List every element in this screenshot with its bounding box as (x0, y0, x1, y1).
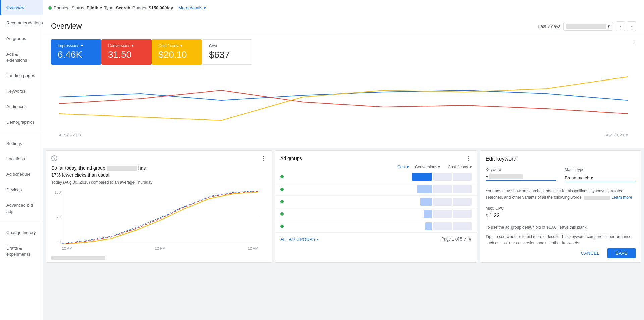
dropdown-arrow-icon: ▾ (438, 165, 440, 169)
metric-cost-conv-value: $20.10 (158, 49, 195, 60)
adgroups-row[interactable] (275, 208, 477, 220)
date-range-blurred (566, 24, 606, 29)
sidebar-divider-2 (0, 222, 43, 222)
help-icon[interactable]: ? (51, 155, 57, 161)
page-up-button[interactable]: ∧ (464, 236, 467, 242)
adgroups-more-button[interactable]: ⋮ (466, 155, 472, 162)
chevron-down-icon: ▾ (204, 5, 206, 10)
dropdown-arrow-icon: ▾ (591, 175, 593, 180)
clicks-panel-header: ? ⋮ (46, 151, 272, 165)
match-type-select[interactable]: Broad match ▾ (565, 174, 636, 182)
clicks-panel-more-button[interactable]: ⋮ (260, 155, 266, 162)
metric-impressions[interactable]: Impressions ▾ 6.46K (51, 39, 101, 65)
all-ad-groups-link[interactable]: ALL AD GROUPS › (280, 237, 318, 242)
date-range-selector: Last 7 days ▾ ‹ › (538, 21, 636, 31)
type-value: Search (116, 5, 130, 10)
status-dot (48, 6, 52, 10)
adgroups-panel-header: Ad groups ⋮ (275, 151, 477, 165)
adgroups-row[interactable] (275, 196, 477, 208)
col-header-cost-conv[interactable]: Cost / conv. ▾ (441, 165, 472, 169)
y-label-75: 75 (51, 215, 61, 219)
chart-more-options-button[interactable]: ⋮ (632, 41, 636, 46)
sidebar-item-ad-schedule[interactable]: Ad schedule (0, 167, 43, 182)
bar-conversions (433, 222, 452, 230)
clicks-panel: ? ⋮ So far today, the ad group has 17% f… (46, 150, 272, 263)
page-down-button[interactable]: ∨ (468, 236, 472, 242)
keyword-text-blurred (584, 196, 610, 200)
sidebar-item-change-history[interactable]: Change history (0, 225, 43, 241)
ad-group-name-blurred (107, 166, 137, 171)
more-details-button[interactable]: More details ▾ (178, 5, 206, 10)
sidebar-item-ads-extensions[interactable]: Ads & extensions (0, 47, 43, 68)
status-value: Eligible (87, 5, 102, 10)
sidebar-item-overview[interactable]: Overview (0, 0, 43, 15)
metric-conversions-value: 31.50 (108, 49, 145, 60)
keyword-field: Keyword + (486, 167, 557, 182)
chevron-right-icon: › (316, 237, 318, 242)
bar-conversions (433, 210, 452, 218)
bar-cost (420, 198, 432, 206)
clicks-subtitle: Today (Aug 30, 2018) compared to an aver… (51, 180, 266, 185)
bottom-panels: ? ⋮ So far today, the ad group has 17% f… (43, 148, 644, 265)
sidebar-item-recommendations[interactable]: Recommendations (0, 15, 43, 31)
enabled-label: Enabled (54, 5, 70, 10)
match-type-label: Match type (565, 167, 636, 172)
learn-more-link[interactable]: Learn more (611, 195, 632, 200)
keyword-label: Keyword (486, 167, 557, 172)
dropdown-arrow-icon: ▾ (132, 43, 134, 48)
metric-cost[interactable]: Cost $637 (202, 39, 252, 65)
match-type-value: Broad match (565, 175, 589, 180)
overview-header: Overview Last 7 days ▾ ‹ › (43, 16, 644, 34)
sidebar-item-advanced-bid[interactable]: Advanced bid adj. (0, 198, 43, 219)
sidebar-item-ad-groups[interactable]: Ad groups (0, 31, 43, 46)
main-content: Enabled Status: Eligible Type: Search Bu… (43, 0, 644, 320)
match-type-field: Match type Broad match ▾ (565, 167, 636, 182)
adgroups-footer: ALL AD GROUPS › Page 1 of 5 ∧ ∨ (275, 233, 477, 245)
date-nav-arrows: ‹ › (616, 21, 636, 31)
chevron-down-icon: ▾ (608, 24, 610, 29)
chart-x-start: Aug 23, 2018 (59, 133, 81, 137)
save-button[interactable]: SAVE (607, 248, 636, 258)
sidebar-item-keywords[interactable]: Keywords (0, 84, 43, 99)
sidebar-item-demographics[interactable]: Demographics (0, 115, 43, 130)
adgroup-status-dot (280, 175, 284, 178)
cancel-button[interactable]: CANCEL (576, 248, 605, 258)
prev-date-button[interactable]: ‹ (616, 21, 625, 31)
tip-label: Tip (486, 234, 492, 239)
next-date-button[interactable]: › (627, 21, 636, 31)
type-label: Type: Search (104, 5, 130, 10)
col-header-cost[interactable]: Cost ▾ (382, 165, 409, 169)
max-cpc-label: Max. CPC (486, 206, 636, 211)
adgroups-row[interactable] (275, 220, 477, 233)
col-header-conversions[interactable]: Conversions ▾ (410, 165, 440, 169)
bar-cost-active (412, 173, 432, 181)
metric-impressions-value: 6.46K (58, 49, 95, 60)
metric-conversions[interactable]: Conversions ▾ 31.50 (101, 39, 152, 65)
dropdown-arrow-icon: ▾ (407, 165, 409, 169)
sidebar-item-drafts-experiments[interactable]: Drafts & experiments (0, 241, 43, 262)
bar-cost-conv (453, 210, 472, 218)
sidebar: Overview Recommendations Ad groups Ads &… (0, 0, 43, 320)
content-area: Overview Last 7 days ▾ ‹ › Impressions (43, 16, 644, 320)
sidebar-item-landing-pages[interactable]: Landing pages (0, 68, 43, 84)
date-range-button[interactable]: ▾ (563, 22, 613, 31)
sidebar-item-audiences[interactable]: Audiences (0, 99, 43, 114)
adgroups-row[interactable] (275, 171, 477, 183)
mini-chart-x-start: 12 AM (62, 246, 72, 250)
adgroups-panel-title: Ad groups (280, 156, 302, 161)
adgroups-row[interactable] (275, 183, 477, 196)
keyword-value-blurred (489, 174, 523, 179)
edit-keyword-title: Edit keyword (486, 156, 636, 162)
bottom-blurred (51, 256, 105, 260)
sidebar-item-settings[interactable]: Settings (0, 136, 43, 151)
performance-chart (59, 70, 628, 130)
max-cpc-input[interactable] (489, 213, 516, 219)
topbar: Enabled Status: Eligible Type: Search Bu… (43, 0, 644, 16)
sidebar-item-locations[interactable]: Locations (0, 151, 43, 167)
adgroup-status-dot (280, 225, 284, 228)
sidebar-item-devices[interactable]: Devices (0, 182, 43, 198)
metric-cost-conv[interactable]: Cost / conv. ▾ $20.10 (152, 39, 202, 65)
chart-x-end: Aug 29, 2018 (606, 133, 628, 137)
metrics-panel: Impressions ▾ 6.46K Conversions ▾ 31.50 … (43, 34, 644, 148)
y-label-150: 150 (51, 190, 61, 194)
